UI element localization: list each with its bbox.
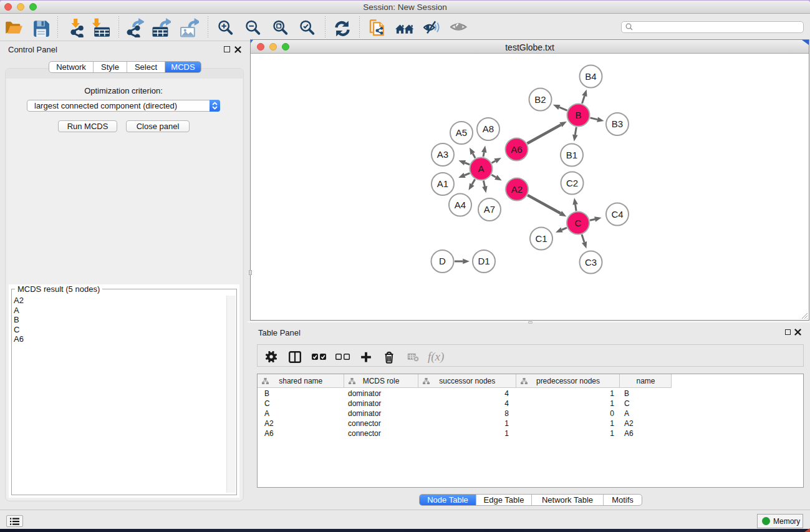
svg-text:A2: A2 [511,184,523,195]
svg-text:B: B [575,110,581,120]
svg-text:C3: C3 [585,257,597,268]
svg-text:C: C [575,218,582,228]
svg-text:A: A [478,163,484,174]
svg-text:A8: A8 [483,123,494,134]
svg-text:A5: A5 [456,127,467,138]
svg-text:A6: A6 [511,144,522,155]
svg-text:C1: C1 [535,233,547,244]
svg-text:C4: C4 [611,209,623,220]
svg-text:B3: B3 [612,118,623,129]
svg-text:B1: B1 [566,150,577,160]
svg-text:A3: A3 [437,149,448,160]
svg-text:B4: B4 [585,71,596,82]
svg-text:D1: D1 [478,256,489,266]
svg-text:C2: C2 [566,178,578,188]
svg-text:D: D [439,256,446,266]
svg-text:B2: B2 [534,94,546,105]
svg-text:A1: A1 [437,178,448,189]
svg-text:A4: A4 [455,200,466,210]
svg-text:A7: A7 [484,204,495,215]
